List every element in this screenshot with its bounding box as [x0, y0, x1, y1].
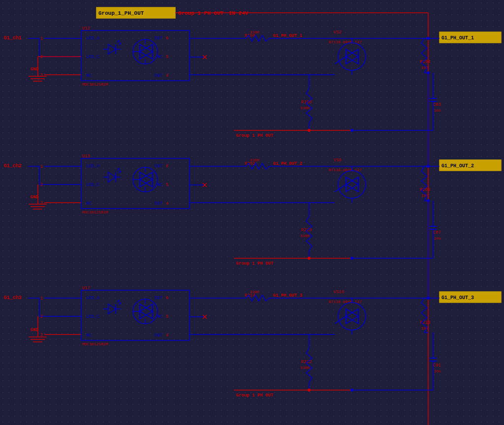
vs10-ref: VS10: [334, 290, 345, 295]
u13-out4: OUT: [155, 201, 163, 206]
u12-pin4: 4: [166, 73, 168, 78]
u12-nc5: NC: [157, 55, 162, 60]
ch3-bottom-net: Group 1 PH OUT: [236, 393, 274, 398]
svg-point-65: [350, 129, 353, 132]
r202-val: 330R: [250, 158, 259, 162]
ch1-pin2: 2: [40, 55, 43, 60]
u13-led-a: LED_A: [86, 164, 100, 169]
r210-val: 330R: [300, 234, 310, 238]
ch3-pin2: 2: [40, 314, 43, 319]
u17-pin5: 5: [166, 314, 168, 319]
u12-value: MOC3012SR2M: [82, 82, 108, 87]
u13-nc-in: NC: [86, 201, 92, 206]
r218-val: 10R: [421, 326, 429, 331]
u13-pin6: 6: [166, 164, 168, 169]
svg-point-190: [427, 71, 430, 74]
u17-nc-in: NC: [86, 333, 92, 338]
r222-val: 330R: [300, 365, 310, 370]
u12-out6: OUT: [155, 36, 163, 41]
c87-val: 10n: [434, 236, 441, 241]
u13-out6: OUT: [155, 164, 163, 169]
top-label-net: Group 1 PH OUT: [178, 10, 224, 16]
c83-val: 10n: [434, 108, 441, 113]
vs6-ref: VS6: [334, 158, 342, 163]
u12-out4: OUT: [155, 73, 163, 78]
ch3-label: G1_ch3: [4, 295, 22, 301]
r198-val: 330R: [300, 106, 310, 110]
ch3-net-label: G1_PH_OUT_3: [273, 293, 302, 298]
u12-pin5: 5: [166, 55, 168, 60]
ch2-bottom-net: Group 1 PH OUT: [236, 261, 274, 266]
out2-label: G1_PH_OUT_2: [441, 163, 474, 169]
u12-led-a: LED_A: [86, 36, 100, 41]
c91-val: 10n: [434, 369, 441, 373]
u12-pin6: 6: [166, 36, 168, 41]
ch2-net-label: G1_PH_OUT_2: [273, 161, 302, 166]
c91-ref: C91: [433, 363, 441, 368]
ch3-pin1: 1: [40, 296, 43, 301]
svg-point-177: [308, 389, 311, 392]
u12-ref: U12: [82, 26, 90, 31]
u17-pin4: 4: [166, 333, 168, 338]
ch1-bottom-net: Group 1 PH OUT: [236, 133, 274, 138]
ch2-pin3: 3: [40, 201, 43, 206]
u13-ref: U13: [82, 154, 90, 159]
u13-led-c: LED_C: [86, 182, 100, 187]
u17-out4: OUT: [155, 333, 163, 338]
r214-val: 330R: [250, 290, 259, 294]
c87-ref: C87: [433, 230, 441, 235]
r206-ref: R206: [420, 187, 431, 192]
out1-label: G1_PH_OUT_1: [441, 35, 474, 41]
vs2-ref: VS2: [334, 30, 342, 35]
u17-nc5: NC: [157, 314, 162, 319]
r190-val: 330R: [250, 30, 259, 34]
top-label-group1: Group_1_PH_OUT: [98, 10, 144, 16]
ch3-pin3: 3: [40, 333, 43, 337]
top-power-label: IN 24V: [229, 10, 249, 16]
u17-led-c: LED_C: [86, 314, 100, 319]
u13-pin4: 4: [166, 201, 168, 206]
u12-led-c: LED_C: [86, 55, 100, 60]
u13-pin5: 5: [166, 182, 168, 187]
c83-ref: C83: [433, 102, 441, 107]
u17-pin6: 6: [166, 296, 168, 301]
ch1-pin3: 3: [40, 73, 43, 78]
out3-label: G1_PH_OUT_3: [441, 295, 474, 301]
ch2-pin1: 1: [40, 164, 43, 169]
svg-point-57: [308, 129, 311, 132]
u17-value: MOC3012SR2M: [82, 342, 108, 346]
ch1-net-label: G1_PH_OUT_1: [273, 33, 303, 38]
r194-ref: R194: [420, 60, 431, 64]
ch1-label: G1_ch1: [4, 35, 22, 41]
u12-nc-in: NC: [86, 73, 92, 78]
ch2-label: G1_ch2: [4, 163, 22, 169]
svg-point-185: [350, 389, 353, 392]
u13-nc5: NC: [157, 182, 162, 187]
u17-led-a: LED_A: [86, 296, 100, 301]
svg-point-191: [427, 199, 430, 202]
ch2-pin2: 2: [40, 182, 43, 187]
u17-ref: U17: [82, 286, 90, 291]
svg-point-125: [350, 257, 353, 260]
ch1-pin1: 1: [40, 36, 43, 41]
svg-point-117: [308, 257, 311, 260]
u17-out6: OUT: [155, 296, 163, 301]
u13-value: MOC3012SR2M: [82, 210, 108, 214]
